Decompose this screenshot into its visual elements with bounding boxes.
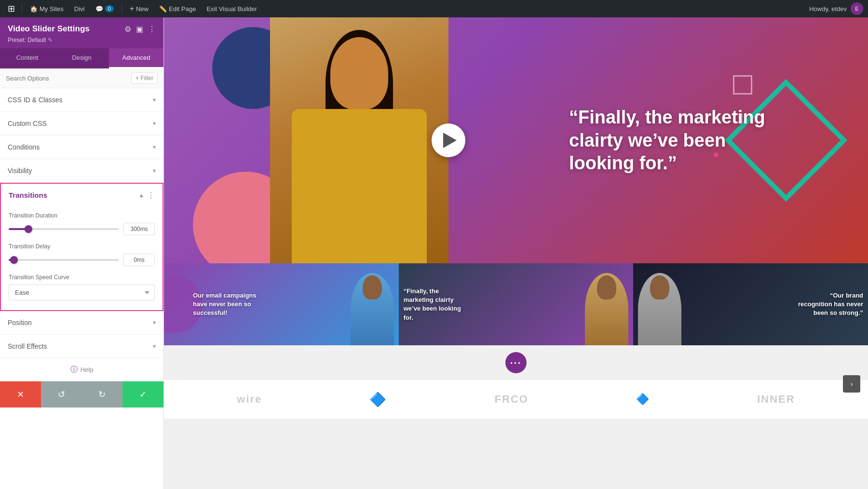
transitions-body: Transition Duration 300ms Transition Del… [1, 206, 163, 310]
duration-slider-track[interactable] [9, 228, 119, 230]
chevron-down-icon: ▾ [153, 144, 156, 150]
topbar-right: Howdy, etdev E [809, 2, 863, 15]
topbar: ⊞ 🏠 My Sites Divi 💬 0 + New ✏️ Edit Page… [0, 0, 868, 17]
accordion-position: Position ▾ [0, 311, 163, 335]
thumb-2-head [597, 275, 616, 299]
preset-edit-btn[interactable]: ✎ [48, 37, 53, 43]
delay-slider-track[interactable] [9, 259, 119, 261]
delay-value[interactable]: 0ms [123, 254, 155, 266]
wp-logo[interactable]: ⊞ [5, 3, 18, 14]
transitions-label: Transitions [9, 191, 47, 199]
hero-quote: “Finally, the marketing clairty we’ve be… [569, 106, 772, 175]
duration-value[interactable]: 300ms [123, 223, 155, 235]
settings-icon[interactable]: ⚙ [124, 25, 131, 34]
discard-button[interactable]: ✕ [0, 381, 41, 408]
accordion-scroll-effects: Scroll Effects ▾ [0, 335, 163, 358]
thumb-1-person [351, 273, 394, 345]
logo-1: wire [237, 393, 262, 406]
delay-label: Transition Delay [9, 243, 155, 250]
transitions-section: Transitions ▴ ⋮ Transition Duration 300m… [0, 183, 163, 311]
speed-curve-select[interactable]: Ease Linear Ease In Ease Out Ease In Out [9, 285, 155, 300]
help-icon: ⓘ [70, 365, 78, 374]
chevron-up-icon[interactable]: ▴ [140, 191, 143, 199]
scroll-arrow[interactable]: › [843, 375, 860, 393]
logo-3: FRCO [495, 393, 529, 406]
columns-icon[interactable]: ▣ [136, 25, 143, 34]
save-button[interactable]: ✓ [122, 381, 163, 408]
my-sites-link[interactable]: 🏠 My Sites [26, 0, 68, 17]
edit-page-link[interactable]: ✏️ Edit Page [155, 0, 200, 17]
transitions-header-icons: ▴ ⋮ [140, 190, 155, 200]
thumb-1-text: Our email campaigns have never been so s… [193, 291, 260, 318]
accordion-visibility-header[interactable]: Visibility ▾ [0, 159, 163, 182]
face [330, 37, 388, 109]
content-area: “Finally, the marketing clairty we’ve be… [164, 17, 868, 489]
slider-nav-dots[interactable]: ●●● [505, 352, 527, 373]
accordion-custom-css-header[interactable]: Custom CSS ▾ [0, 112, 163, 135]
logo-4: 🔷 [636, 393, 650, 406]
more-options-icon[interactable]: ⋮ [147, 190, 155, 200]
accordion-conditions: Conditions ▾ [0, 136, 163, 159]
accordion-visibility: Visibility ▾ [0, 159, 163, 183]
save-icon: ✓ [139, 389, 147, 400]
thumb-3-person [638, 273, 681, 345]
duration-slider-thumb[interactable] [25, 225, 32, 233]
delay-slider-thumb[interactable] [10, 256, 18, 264]
accordion-scroll-effects-header[interactable]: Scroll Effects ▾ [0, 335, 163, 358]
chevron-down-icon: ▾ [153, 343, 156, 350]
shape-square-outline [733, 75, 752, 95]
tab-design[interactable]: Design [54, 48, 109, 68]
hero-person-bg [270, 17, 448, 263]
comment-count: 0 [105, 5, 114, 12]
tab-content[interactable]: Content [0, 48, 54, 68]
thumb-3-head [650, 275, 669, 299]
play-button[interactable] [432, 123, 465, 157]
preset-label: Preset: Default [8, 37, 46, 43]
discard-icon: ✕ [17, 389, 24, 400]
body [292, 109, 427, 263]
search-bar: + Filter [0, 68, 163, 88]
hero-text: “Finally, the marketing clairty we’ve be… [569, 106, 772, 175]
thumb-2-text: “Finally, the marketing clairty we’ve be… [404, 287, 461, 322]
duration-slider-row: 300ms [9, 223, 155, 235]
thumb-1-content: Our email campaigns have never been so s… [164, 263, 399, 345]
help-row[interactable]: ⓘ Help [0, 358, 163, 381]
hero-slider[interactable]: “Finally, the marketing clairty we’ve be… [164, 17, 868, 263]
thumb-3-content: “Our brand recognition has never been so… [633, 263, 868, 345]
thumbnail-3[interactable]: “Our brand recognition has never been so… [633, 263, 868, 345]
redo-button[interactable]: ↻ [82, 381, 123, 408]
comments-link[interactable]: 💬 0 [92, 0, 118, 17]
tab-advanced[interactable]: Advanced [109, 48, 163, 68]
transitions-header[interactable]: Transitions ▴ ⋮ [1, 184, 163, 206]
accordion-position-header[interactable]: Position ▾ [0, 311, 163, 334]
panel-title: Video Slider Settings [8, 24, 90, 34]
tabs: Content Design Advanced [0, 48, 163, 68]
nav-dots-area: ●●● [164, 345, 868, 380]
plus-icon: + [130, 4, 134, 13]
thumbnail-1[interactable]: Our email campaigns have never been so s… [164, 263, 399, 345]
exit-vb-link[interactable]: Exit Visual Builder [203, 0, 261, 17]
delay-slider-row: 0ms [9, 254, 155, 266]
thumbnail-2[interactable]: “Finally, the marketing clairty we’ve be… [399, 263, 634, 345]
action-bar: ✕ ↺ ↻ ✓ [0, 381, 163, 408]
accordion-css-id-header[interactable]: CSS ID & Classes ▾ [0, 88, 163, 111]
search-input[interactable] [6, 75, 131, 82]
howdy-text: Howdy, etdev [809, 5, 847, 13]
user-avatar[interactable]: E [851, 2, 863, 15]
panel-header: Video Slider Settings ⚙ ▣ ⋮ Preset: Defa… [0, 17, 163, 48]
my-sites-icon: 🏠 [30, 5, 38, 13]
new-link[interactable]: + New [126, 0, 152, 17]
chevron-down-icon: ▾ [153, 120, 156, 127]
logo-2: 🔷 [369, 392, 387, 408]
logo-bar: wire 🔷 FRCO 🔷 INNER [164, 380, 868, 419]
accordion-custom-css: Custom CSS ▾ [0, 112, 163, 136]
divi-link[interactable]: Divi [70, 0, 89, 17]
logo-5: INNER [757, 393, 795, 406]
chevron-down-icon: ▾ [153, 319, 156, 326]
filter-button[interactable]: + Filter [131, 72, 158, 84]
accordion-conditions-header[interactable]: Conditions ▾ [0, 136, 163, 159]
more-icon[interactable]: ⋮ [148, 25, 156, 34]
thumbnail-strip: Our email campaigns have never been so s… [164, 263, 868, 345]
undo-button[interactable]: ↺ [41, 381, 82, 408]
thumb-3-text: “Our brand recognition has never been so… [796, 291, 863, 318]
